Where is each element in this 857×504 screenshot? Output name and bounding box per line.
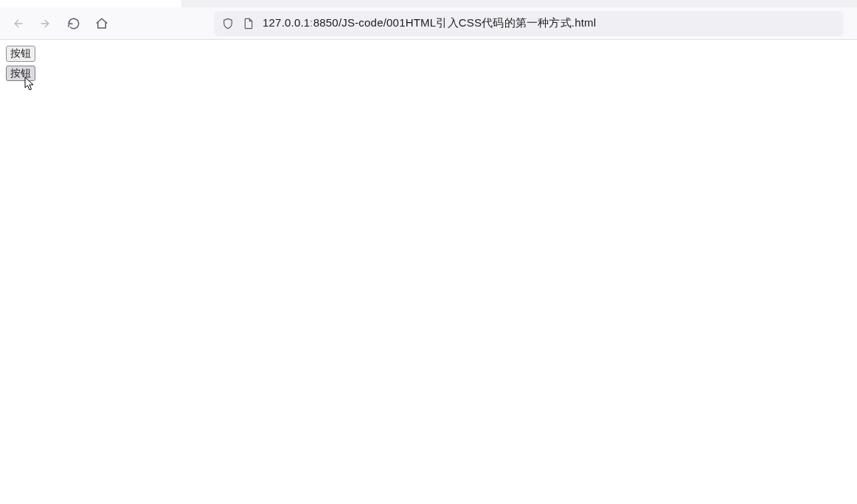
page-icon[interactable] [242, 17, 255, 30]
arrow-right-icon [39, 17, 52, 30]
address-bar[interactable]: 127.0.0.1:8850/JS-code/001HTML引入CSS代码的第一… [214, 11, 844, 36]
reload-button[interactable] [62, 12, 86, 35]
url-path: 8850/JS-code/001HTML引入CSS代码的第一种方式.html [313, 16, 597, 29]
reload-icon [67, 17, 80, 30]
shield-icon[interactable] [221, 17, 235, 30]
active-tab[interactable] [0, 0, 181, 7]
back-button[interactable] [6, 12, 30, 35]
browser-toolbar: 127.0.0.1:8850/JS-code/001HTML引入CSS代码的第一… [0, 7, 857, 40]
url-text: 127.0.0.1:8850/JS-code/001HTML引入CSS代码的第一… [263, 16, 596, 30]
home-icon [95, 17, 108, 30]
button-1[interactable]: 按钮 [6, 46, 35, 62]
home-button[interactable] [90, 12, 114, 35]
tab-strip [0, 0, 857, 7]
url-host: 127.0.0.1 [263, 16, 310, 29]
button-2[interactable]: 按钮 [6, 66, 35, 82]
arrow-left-icon [11, 17, 24, 30]
page-content: 按钮 按钮 [0, 40, 857, 91]
forward-button[interactable] [34, 12, 58, 35]
